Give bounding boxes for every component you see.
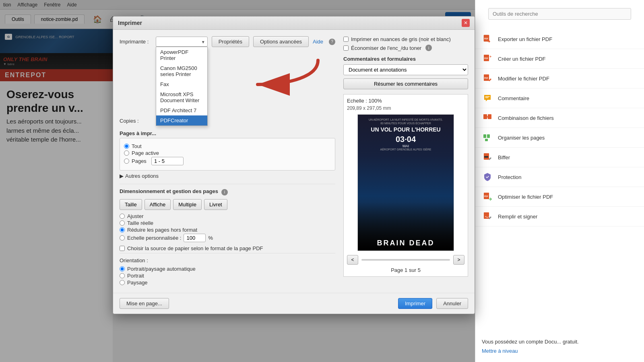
printer-select[interactable] (156, 37, 208, 47)
printer-option-3[interactable]: Microsoft XPS Document Writer (156, 89, 207, 105)
dim-btn-taille[interactable]: Taille (120, 199, 142, 210)
dialog-left-panel: Imprimante : ▼ ApowerPDF Printer Canon M… (120, 36, 335, 286)
search-wrapper[interactable] (475, 5, 644, 29)
radio-ajuster[interactable]: Ajuster (120, 213, 335, 219)
panel-label-optimize: Optimiser le fichier PDF (498, 194, 553, 200)
radio-active[interactable]: Page active (124, 150, 331, 156)
printer-option-2[interactable]: Fax (156, 79, 207, 89)
advanced-button[interactable]: Options avancées (253, 36, 309, 47)
economy-checkbox[interactable] (343, 45, 349, 51)
preview-bottom-overlay: BRAIN DEAD (358, 202, 454, 251)
pages-range-input[interactable] (151, 157, 184, 165)
dim-buttons-row: Taille Affiche Multiple Livret (120, 199, 335, 210)
panel-item-modify[interactable]: PDF Modifier le fichier PDF (475, 69, 644, 88)
tools-search-input[interactable] (488, 8, 631, 20)
upgrade-link[interactable]: Mettre à niveau (482, 348, 518, 354)
radio-ajuster-input[interactable] (120, 214, 125, 219)
panel-label-export: Exporter un fichier PDF (498, 36, 552, 42)
panel-item-export[interactable]: PDF Exporter un fichier PDF (475, 29, 644, 49)
greyscale-row[interactable]: Imprimer en nuances de gris (noir et bla… (343, 36, 468, 42)
panel-label-protect: Protection (498, 174, 522, 180)
organize-icon (482, 132, 493, 143)
comments-select[interactable]: Document et annotations Document Annotat… (343, 64, 468, 75)
radio-tout-label: Tout (132, 143, 142, 149)
nav-prev-button[interactable]: < (347, 255, 358, 265)
right-panel: PDF Exporter un fichier PDF PDF+ Créer u… (475, 0, 644, 362)
radio-portrait-input[interactable] (120, 273, 125, 278)
pages-options: Tout Page active Pages (120, 138, 335, 171)
radio-taille-reelle[interactable]: Taille réelle (120, 220, 335, 226)
aide-link[interactable]: Aide (313, 39, 323, 45)
radio-tout-input[interactable] (124, 144, 129, 149)
greyscale-label: Imprimer en nuances de gris (noir et bla… (351, 36, 451, 42)
printer-dropdown[interactable]: ApowerPDF Printer Canon MG2500 series Pr… (156, 47, 208, 126)
radio-portrait-paysage-input[interactable] (120, 266, 125, 272)
panel-label-organize: Organiser les pages (498, 135, 545, 141)
dim-btn-affiche[interactable]: Affiche (144, 199, 171, 210)
preview-bottom-text: BRAIN DEAD (377, 239, 434, 247)
dialog-close-button[interactable]: ✕ (462, 19, 470, 27)
radio-tout[interactable]: Tout (124, 143, 331, 149)
autres-options-row[interactable]: ▶ Autres options (120, 173, 335, 179)
source-papier-checkbox[interactable] (120, 246, 125, 251)
create-pdf-icon: PDF+ (482, 53, 493, 64)
panel-item-comment[interactable]: Commentaire (475, 88, 644, 108)
source-papier-row[interactable]: Choisir la source de papier selon le for… (120, 245, 335, 251)
dim-btn-multiple[interactable]: Multiple (173, 199, 202, 210)
annuler-button[interactable]: Annuler (436, 298, 468, 309)
optimize-icon: PDF (482, 191, 493, 202)
account-text: Vous possédez un compte Docu... gratuit. (482, 339, 638, 345)
radio-active-input[interactable] (124, 150, 129, 156)
radio-taille-reelle-input[interactable] (120, 220, 125, 226)
comments-select-wrapper[interactable]: Document et annotations Document Annotat… (343, 64, 468, 75)
aide-info-icon[interactable]: ? (329, 39, 335, 45)
radio-reduire-input[interactable] (120, 227, 125, 232)
scale-label: Echelle : 100% (347, 98, 464, 104)
svg-rect-9 (488, 114, 491, 119)
panel-item-sign[interactable]: Remplir et signer (475, 207, 644, 226)
nav-next-button[interactable]: > (453, 255, 464, 265)
economy-row[interactable]: Économiser de l'enc_/du toner i (343, 45, 468, 51)
panel-item-combine[interactable]: Combinaison de fichiers (475, 108, 644, 128)
echelle-input[interactable] (184, 234, 206, 242)
svg-text:PDF: PDF (484, 37, 488, 40)
radio-echelle-perso[interactable]: Echelle personnalisée : % (120, 234, 335, 242)
dim-btn-livret[interactable]: Livret (204, 199, 227, 210)
svg-text:PDF: PDF (484, 57, 488, 60)
resumer-button[interactable]: Résumer les commentaires (343, 78, 468, 89)
panel-item-create[interactable]: PDF+ Créer un fichier PDF (475, 49, 644, 69)
svg-rect-10 (483, 134, 486, 138)
radio-echelle-input[interactable] (120, 235, 125, 241)
preview-date: 03·04 (396, 135, 416, 144)
radio-portrait[interactable]: Portrait (120, 273, 335, 279)
radio-portrait-label: Portrait (127, 273, 144, 279)
radio-reduire[interactable]: Réduire les pages hors format (120, 227, 335, 233)
radio-portrait-paysage[interactable]: Portrait/paysage automatique (120, 266, 335, 272)
panel-item-protect[interactable]: Protection (475, 167, 644, 187)
imprimer-button[interactable]: Imprimer (398, 298, 432, 309)
economy-info-icon[interactable]: i (425, 45, 432, 51)
svg-text:PDF: PDF (484, 77, 488, 79)
printer-option-1[interactable]: Canon MG2500 series Printer (156, 63, 207, 79)
printer-row: Imprimante : ▼ ApowerPDF Printer Canon M… (120, 36, 335, 47)
mise-en-page-button[interactable]: Mise en page... (120, 298, 169, 309)
printer-option-4[interactable]: PDF Architect 7 (156, 105, 207, 115)
dim-info-icon[interactable]: i (221, 189, 228, 195)
panel-item-organize[interactable]: Organiser les pages (475, 128, 644, 148)
nav-slider[interactable] (361, 259, 450, 261)
printer-option-0[interactable]: ApowerPDF Printer (156, 47, 207, 63)
radio-pages-input[interactable] (124, 158, 129, 164)
dialog-body: Imprimante : ▼ ApowerPDF Printer Canon M… (113, 30, 475, 293)
properties-button[interactable]: Propriétés (212, 36, 249, 47)
radio-paysage-input[interactable] (120, 280, 125, 285)
panel-item-redact[interactable]: Biffer (475, 148, 644, 167)
preview-mai: MAI (402, 144, 409, 148)
printer-select-wrapper[interactable]: ▼ ApowerPDF Printer Canon MG2500 series … (156, 37, 208, 47)
panel-item-optimize[interactable]: PDF Optimiser le fichier PDF (475, 187, 644, 207)
svg-text:PDF: PDF (484, 195, 488, 197)
radio-pages[interactable]: Pages (124, 157, 331, 165)
svg-rect-11 (487, 134, 490, 138)
printer-option-5[interactable]: PDFCreator (156, 115, 207, 125)
greyscale-checkbox[interactable] (343, 37, 349, 42)
radio-paysage[interactable]: Paysage (120, 280, 335, 286)
